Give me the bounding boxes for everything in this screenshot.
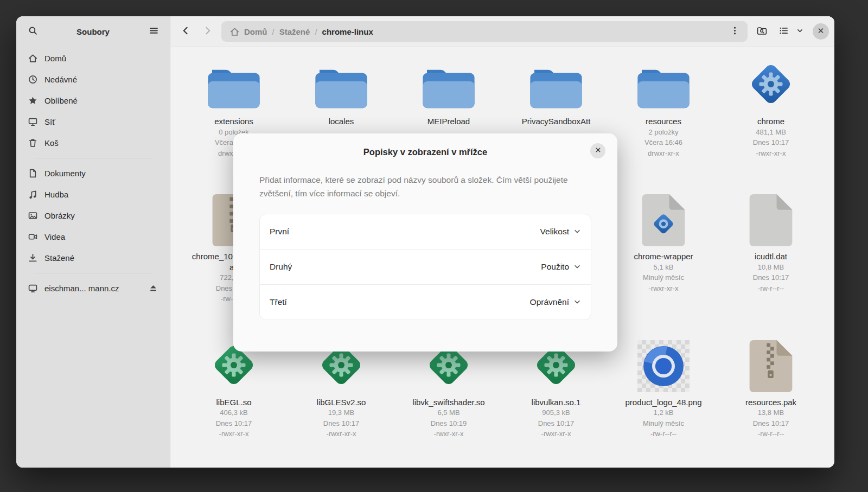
caption-options-card: První Velikost Druhý Použito Třetí Opráv… <box>259 214 591 320</box>
caption-row-label: Třetí <box>270 297 287 307</box>
caption-row-value: Oprávnění <box>530 297 569 307</box>
caption-row-label: První <box>270 227 289 237</box>
chevron-down-icon <box>573 297 581 306</box>
caption-row-dropdown[interactable]: Použito <box>541 262 581 272</box>
caption-row-label: Druhý <box>270 262 292 272</box>
dialog-description: Přidat informace, které se zobrazí pod n… <box>259 174 591 201</box>
dialog-title: Popisky v zobrazení v mřížce <box>363 147 487 157</box>
caption-row-value: Velikost <box>540 227 569 237</box>
files-window: Soubory Domů Nedávné Oblíbené Síť <box>16 16 834 468</box>
caption-row-value: Použito <box>541 262 569 272</box>
caption-row-first[interactable]: První Velikost <box>260 214 591 249</box>
dialog-titlebar: Popisky v zobrazení v mřížce <box>259 142 591 162</box>
grid-captions-dialog: Popisky v zobrazení v mřížce Přidat info… <box>233 133 617 352</box>
chevron-down-icon <box>573 262 581 271</box>
caption-row-dropdown[interactable]: Velikost <box>540 227 581 237</box>
close-icon <box>595 145 602 156</box>
caption-row-second[interactable]: Druhý Použito <box>260 249 591 284</box>
caption-row-third[interactable]: Třetí Oprávnění <box>260 284 591 320</box>
chevron-down-icon <box>573 227 581 236</box>
caption-row-dropdown[interactable]: Oprávnění <box>530 297 581 307</box>
dialog-close-button[interactable] <box>590 143 605 158</box>
